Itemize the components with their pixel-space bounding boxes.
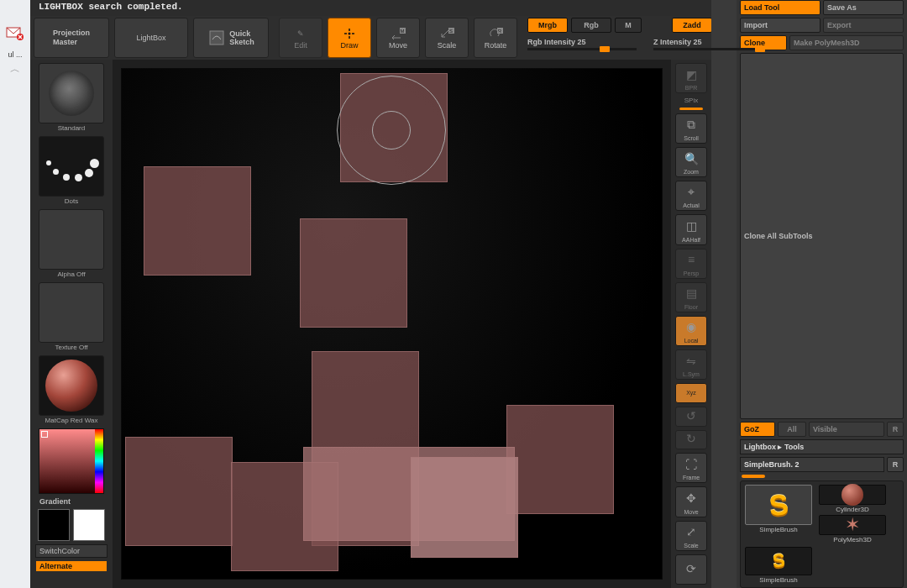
- spix-slider[interactable]: [679, 108, 703, 110]
- tool-item-simplebrush2[interactable]: S SimpleBrush: [744, 547, 813, 584]
- brush-thumb[interactable]: Standard: [38, 63, 105, 133]
- persp-icon: ≡: [688, 249, 695, 270]
- floor-icon: ▤: [686, 283, 697, 304]
- xyz-button[interactable]: Xyz: [675, 383, 707, 403]
- edit-button[interactable]: ✎Edit: [279, 18, 322, 58]
- stroke-rect: [125, 437, 233, 546]
- projection-master-button[interactable]: Projection Master: [34, 18, 109, 58]
- frame-icon: ⛶: [685, 454, 697, 475]
- scale-icon: S: [438, 26, 456, 41]
- lsym-button[interactable]: ⇋L.Sym: [675, 349, 707, 380]
- color-picker[interactable]: [38, 428, 105, 494]
- scroll-button[interactable]: ⧉Scroll: [675, 113, 707, 144]
- nav-move-button[interactable]: ✥Move: [675, 486, 707, 517]
- draw-button[interactable]: Draw: [328, 18, 371, 58]
- texture-thumb[interactable]: Texture Off: [38, 282, 105, 352]
- move-icon: ✥: [686, 487, 696, 508]
- frame-button[interactable]: ⛶Frame: [675, 453, 707, 483]
- edit-icon: ✎: [291, 26, 310, 41]
- tool-r-button[interactable]: R: [887, 457, 904, 472]
- zadd-mode[interactable]: Zadd: [672, 18, 712, 33]
- quick-sketch-button[interactable]: Quick Sketch: [193, 18, 269, 58]
- swatch-main[interactable]: [38, 509, 70, 541]
- alternate-button[interactable]: Alternate: [36, 561, 107, 571]
- brush-swirl-icon: [49, 71, 94, 116]
- render-icon: ◩: [686, 64, 697, 85]
- m-mode[interactable]: M: [615, 18, 642, 33]
- swatch-secondary[interactable]: [73, 509, 105, 541]
- chevron-up-icon[interactable]: ︿: [10, 62, 20, 76]
- move-button[interactable]: MMove: [376, 18, 420, 58]
- stroke-rect: [144, 166, 251, 276]
- rot-y-button[interactable]: ↺: [675, 407, 707, 427]
- bpr-button[interactable]: ◩BPR: [675, 63, 707, 93]
- rotate-button[interactable]: RRotate: [474, 18, 517, 58]
- top-toolbar: Projection Master LightBox Quick Sketch …: [30, 16, 711, 60]
- simplebrush-icon: S: [772, 549, 786, 572]
- brush-inner-ring: [372, 111, 411, 150]
- tool-grid: S SimpleBrush Cylinder3D ✶ PolyMesh3D S …: [740, 480, 904, 588]
- aahalf-button[interactable]: ◫AAHalf: [675, 214, 707, 244]
- roty-icon: ↺: [686, 407, 696, 424]
- svg-text:M: M: [401, 29, 405, 34]
- import-button[interactable]: Import: [740, 18, 820, 33]
- lsym-icon: ⇋: [686, 350, 696, 371]
- persp-button[interactable]: ≡Persp: [675, 249, 707, 279]
- rot-z-button[interactable]: ↻: [675, 430, 707, 450]
- svg-text:S: S: [449, 29, 453, 34]
- make-polymesh-button[interactable]: Make PolyMesh3D: [789, 35, 904, 50]
- mrgb-mode[interactable]: Mrgb: [527, 18, 568, 33]
- scale-button[interactable]: SScale: [425, 18, 469, 58]
- stroke-rect: [411, 457, 518, 558]
- goz-all-button[interactable]: All: [778, 422, 806, 437]
- aahalf-icon: ◫: [686, 215, 697, 236]
- lightbox-button[interactable]: LightBox: [114, 18, 188, 58]
- polymesh-icon: ✶: [845, 514, 860, 536]
- document-canvas[interactable]: [121, 68, 663, 580]
- simplebrush-icon: S: [768, 488, 789, 522]
- alpha-thumb[interactable]: Alpha Off: [38, 209, 105, 279]
- rotate-icon: R: [486, 26, 505, 41]
- load-tool-button[interactable]: Load Tool: [740, 0, 820, 15]
- mail-icon[interactable]: [6, 25, 24, 40]
- matcap-icon: [45, 360, 97, 412]
- scale-icon: ⤢: [686, 522, 696, 543]
- nav-rotate-button[interactable]: ⟳: [675, 554, 707, 585]
- tool-item-simplebrush[interactable]: S SimpleBrush: [744, 485, 813, 543]
- gradient-label[interactable]: Gradient: [36, 497, 107, 506]
- browser-sidebar: ul ... ︿: [0, 0, 30, 588]
- goz-r-button[interactable]: R: [887, 422, 904, 437]
- right-nav-strip: ◩BPR SPix ⧉Scroll 🔍Zoom ⌖Actual ◫AAHalf …: [671, 60, 711, 588]
- goz-visible-button[interactable]: Visible: [809, 422, 884, 437]
- clone-all-button[interactable]: Clone All SubTools: [740, 53, 904, 419]
- local-icon: ◉: [686, 317, 696, 338]
- zoom-icon: 🔍: [684, 148, 699, 169]
- quicksketch-icon: [207, 30, 226, 45]
- rgb-intensity-slider[interactable]: Rgb Intensity 25: [527, 38, 637, 50]
- browser-tab-label[interactable]: ul ...: [8, 50, 22, 59]
- stroke-rect: [300, 218, 407, 328]
- save-as-button[interactable]: Save As: [823, 0, 904, 15]
- nav-scale-button[interactable]: ⤢Scale: [675, 521, 707, 551]
- scroll-icon: ⧉: [687, 114, 695, 135]
- goz-button[interactable]: GoZ: [740, 422, 775, 437]
- tool-slider[interactable]: [742, 475, 765, 478]
- tool-panel: Load Tool Save As Import Export Clone Ma…: [737, 0, 907, 588]
- switch-color-button[interactable]: SwitchColor: [35, 544, 107, 558]
- status-bar: LIGHTBOX search completed.: [30, 0, 711, 16]
- zoom-button[interactable]: 🔍Zoom: [675, 147, 707, 177]
- material-thumb[interactable]: MatCap Red Wax: [38, 355, 105, 425]
- svg-point-3: [349, 33, 351, 35]
- lightbox-tools-header[interactable]: Lightbox ▸ Tools: [740, 439, 904, 454]
- current-tool-label: SimpleBrush. 2: [740, 457, 884, 472]
- rgb-mode[interactable]: Rgb: [571, 18, 611, 33]
- export-button[interactable]: Export: [823, 18, 904, 33]
- svg-rect-2: [210, 31, 223, 45]
- floor-button[interactable]: ▤Floor: [675, 282, 707, 312]
- rotz-icon: ↻: [686, 431, 696, 448]
- local-button[interactable]: ◉Local: [675, 316, 707, 346]
- stroke-rect: [506, 405, 614, 514]
- stroke-thumb[interactable]: Dots: [38, 136, 105, 206]
- actual-button[interactable]: ⌖Actual: [675, 181, 707, 211]
- tool-item-cylinder3d[interactable]: Cylinder3D ✶ PolyMesh3D: [818, 485, 887, 543]
